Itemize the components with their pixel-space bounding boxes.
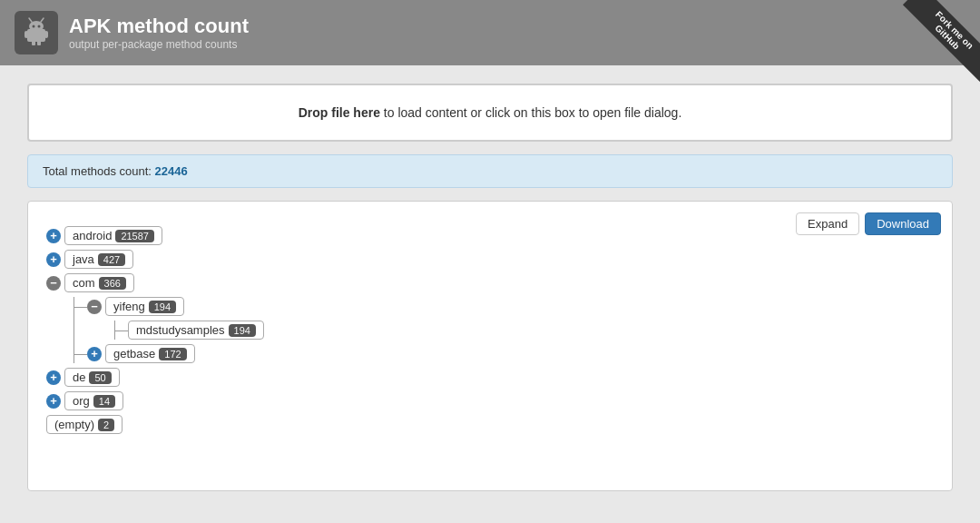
tree-panel: Expand Download + android21587 + java427… — [27, 201, 953, 491]
toggle-com[interactable]: − — [46, 276, 61, 291]
node-count-mdstudysamples: 194 — [229, 324, 256, 337]
svg-point-5 — [29, 21, 44, 32]
drop-rest: to load content or click on this box to … — [380, 105, 681, 120]
tree-row-mdstudysamples: mdstudysamples194 — [128, 321, 937, 340]
tree-row-org: + org14 — [46, 391, 937, 410]
toggle-yifeng[interactable]: − — [87, 300, 102, 314]
svg-rect-1 — [24, 31, 28, 38]
svg-rect-2 — [44, 31, 48, 38]
node-label-yifeng[interactable]: yifeng194 — [105, 297, 184, 316]
tree-row-yifeng: − yifeng194 — [87, 297, 937, 316]
node-label-getbase[interactable]: getbase172 — [105, 344, 195, 363]
svg-point-7 — [38, 25, 41, 28]
node-label-org[interactable]: org14 — [64, 391, 123, 410]
tree-container: + android21587 + java427 − com366 − yife… — [43, 216, 937, 434]
app-title: APK method count — [69, 15, 249, 38]
main-content: Drop file here to load content or click … — [0, 65, 980, 509]
toggle-org[interactable]: + — [46, 394, 61, 409]
stats-label: Total methods count: — [43, 164, 152, 178]
com-children: − yifeng194 mdstudysamples194 + getbase1… — [74, 297, 937, 363]
node-count-android: 21587 — [115, 230, 154, 242]
node-label-mdstudysamples[interactable]: mdstudysamples194 — [128, 321, 264, 340]
app-subtitle: output per-package method counts — [69, 38, 249, 51]
svg-rect-3 — [32, 40, 35, 45]
node-count-getbase: 172 — [159, 348, 186, 360]
drop-bold: Drop file here — [299, 105, 380, 120]
svg-line-8 — [29, 18, 32, 22]
tree-row-android: + android21587 — [46, 226, 937, 245]
toggle-java[interactable]: + — [46, 252, 61, 267]
node-label-com[interactable]: com366 — [64, 273, 134, 292]
tree-row-java: + java427 — [46, 250, 937, 269]
node-count-yifeng: 194 — [149, 301, 176, 313]
stats-value: 22446 — [155, 164, 188, 178]
node-label-android[interactable]: android21587 — [64, 226, 162, 245]
node-label-de[interactable]: de50 — [64, 368, 120, 387]
toggle-de[interactable]: + — [46, 370, 61, 385]
tree-row-com: − com366 — [46, 273, 937, 292]
tree-row-empty: (empty)2 — [46, 415, 937, 434]
svg-rect-4 — [37, 40, 41, 45]
tree-row-de: + de50 — [46, 368, 937, 387]
node-count-org: 14 — [93, 395, 115, 408]
yifeng-children: mdstudysamples194 — [114, 321, 937, 340]
node-label-java[interactable]: java427 — [64, 250, 133, 269]
node-count-java: 427 — [98, 253, 125, 266]
app-header: APK method count output per-package meth… — [0, 0, 980, 65]
drop-zone[interactable]: Drop file here to load content or click … — [27, 84, 953, 142]
tree-row-getbase: + getbase172 — [87, 344, 937, 363]
svg-line-9 — [41, 18, 44, 22]
app-icon — [15, 11, 58, 54]
node-count-empty: 2 — [98, 419, 114, 431]
svg-point-6 — [33, 25, 35, 28]
toggle-getbase[interactable]: + — [87, 347, 102, 361]
node-count-de: 50 — [89, 371, 111, 384]
stats-bar: Total methods count: 22446 — [27, 154, 953, 188]
toggle-android[interactable]: + — [46, 229, 61, 243]
node-label-empty[interactable]: (empty)2 — [46, 415, 122, 434]
node-count-com: 366 — [99, 277, 126, 290]
app-title-group: APK method count output per-package meth… — [69, 15, 249, 51]
drop-zone-text: Drop file here to load content or click … — [299, 105, 682, 120]
